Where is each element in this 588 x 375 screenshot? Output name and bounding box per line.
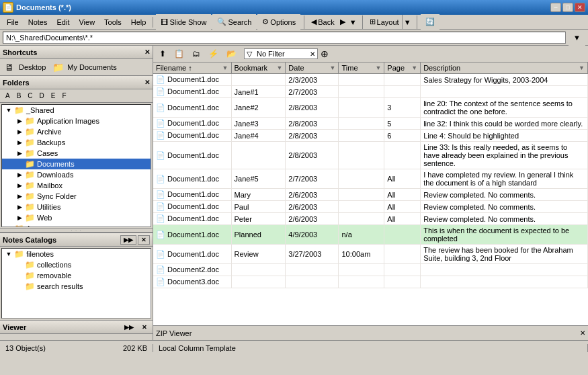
expand-downloads: ▶ bbox=[14, 171, 25, 178]
tree-downloads[interactable]: ▶ 📁 Downloads bbox=[2, 169, 151, 180]
shortcut-mydocs[interactable]: 📁 My Documents bbox=[51, 62, 116, 73]
filter-add-btn[interactable]: ⊕ bbox=[321, 48, 329, 59]
menu-view[interactable]: View bbox=[75, 17, 99, 28]
col-bookmark[interactable]: Bookmark ▼ bbox=[231, 62, 286, 74]
table-row[interactable]: 📄 Document1.doc Planned 4/9/2003 n/a Thi… bbox=[153, 225, 588, 245]
menu-tools[interactable]: Tools bbox=[100, 17, 126, 28]
col-filename[interactable]: Filename ↑ ▼ bbox=[153, 62, 231, 74]
tree-shared[interactable]: ▼ 📁 _Shared bbox=[2, 105, 151, 116]
layout-dropdown[interactable]: ▼ bbox=[402, 15, 413, 30]
col-description[interactable]: Description ▼ bbox=[421, 62, 588, 74]
cell-time bbox=[339, 86, 384, 98]
tree-web[interactable]: ▶ 📁 Web bbox=[2, 212, 151, 223]
minimize-button[interactable]: – bbox=[550, 3, 561, 12]
filenotes-icon: 📁 bbox=[14, 249, 24, 259]
viewer-close-btn[interactable]: ✕ bbox=[139, 323, 150, 332]
slideshow-button[interactable]: 🎞 Slide Show bbox=[156, 14, 211, 30]
table-row[interactable]: 📄 Document1.doc Jane#5 2/7/2003 All I ha… bbox=[153, 169, 588, 189]
cell-description bbox=[421, 276, 588, 288]
tree-cases[interactable]: ▶ 📁 Cases bbox=[2, 148, 151, 159]
viewer-expand-btn[interactable]: ▶▶ bbox=[122, 323, 136, 332]
notes-item-searchresults[interactable]: 📁 search results bbox=[2, 281, 151, 292]
maximize-button[interactable]: □ bbox=[562, 3, 573, 12]
address-go-button[interactable]: ▼ bbox=[569, 30, 585, 46]
copy-button[interactable]: 📋 bbox=[171, 47, 187, 60]
cell-description: line 20: The context of the sentence see… bbox=[421, 98, 588, 118]
menu-bar: File Notes Edit View Tools Help 🎞 Slide … bbox=[0, 15, 588, 30]
cell-page: All bbox=[384, 201, 421, 213]
col-page[interactable]: Page ▼ bbox=[384, 62, 421, 74]
back-down-arrow[interactable]: ▼ bbox=[347, 14, 359, 30]
nav-f[interactable]: F bbox=[59, 91, 69, 101]
notes-tree: ▼ 📁 filenotes 📁 collections 📁 removable bbox=[1, 248, 151, 319]
col-time[interactable]: Time ▼ bbox=[339, 62, 384, 74]
notes-item-filenotes[interactable]: ▼ 📁 filenotes bbox=[2, 249, 151, 259]
tree-utilities[interactable]: ▶ 📁 Utilities bbox=[2, 202, 151, 212]
filter-input[interactable] bbox=[254, 49, 308, 58]
folders-close[interactable]: ✕ bbox=[144, 79, 150, 86]
cell-filename: 📄 Document1.doc bbox=[153, 130, 231, 142]
nav-c[interactable]: C bbox=[25, 91, 35, 101]
notes-item-collections[interactable]: 📁 collections bbox=[2, 259, 151, 270]
table-row[interactable]: 📄 Document1.doc 2/8/2003 Line 33: Is thi… bbox=[153, 142, 588, 169]
folder-icon-web: 📁 bbox=[25, 213, 35, 222]
shortcut-desktop[interactable]: 🖥 Desktop bbox=[3, 62, 46, 73]
cell-bookmark: Jane#3 bbox=[231, 118, 286, 130]
table-row[interactable]: 📄 Document1.doc Mary 2/6/2003 All Review… bbox=[153, 189, 588, 201]
folder-icon-archive: 📁 bbox=[25, 127, 35, 136]
options-button[interactable]: ⚙ Options bbox=[257, 14, 300, 30]
menu-edit[interactable]: Edit bbox=[52, 17, 73, 28]
nav-e[interactable]: E bbox=[48, 91, 58, 101]
tree-syncfolder[interactable]: ▶ 📁 Sync Folder bbox=[2, 191, 151, 202]
action-button[interactable]: ⚡ bbox=[205, 47, 222, 60]
close-button[interactable]: ✕ bbox=[575, 3, 585, 12]
table-row[interactable]: 📄 Document1.doc 2/3/2003 Sales Strategy … bbox=[153, 74, 588, 86]
tree-appimages[interactable]: ▶ 📁 Application Images bbox=[2, 116, 151, 126]
table-row[interactable]: 📄 Document1.doc Paul 2/6/2003 All Review… bbox=[153, 201, 588, 213]
filter-clear-btn[interactable]: ✕ bbox=[308, 50, 317, 58]
shortcuts-close[interactable]: ✕ bbox=[144, 48, 150, 56]
menu-file[interactable]: File bbox=[3, 17, 23, 28]
cell-date: 3/27/2003 bbox=[286, 245, 339, 264]
tree-mailbox[interactable]: ▶ 📁 Mailbox bbox=[2, 180, 151, 191]
tree-archive[interactable]: ▶ 📁 Archive bbox=[2, 126, 151, 137]
refresh-button[interactable]: 🔄 bbox=[421, 14, 439, 30]
tree-a[interactable]: ▶ 📁 A bbox=[2, 223, 151, 227]
paste-button[interactable]: 🗂 bbox=[189, 47, 204, 60]
table-row[interactable]: 📄 Document1.doc Jane#1 2/7/2003 bbox=[153, 86, 588, 98]
folders-label: Folders bbox=[3, 79, 30, 87]
cell-page: 5 bbox=[384, 118, 421, 130]
nav-b[interactable]: B bbox=[14, 91, 24, 101]
menu-notes[interactable]: Notes bbox=[24, 17, 52, 28]
table-row[interactable]: 📄 Document1.doc Review 3/27/2003 10:00am… bbox=[153, 245, 588, 264]
back-button[interactable]: ◀ Back bbox=[308, 14, 337, 30]
zip-close-btn[interactable]: ✕ bbox=[580, 329, 585, 337]
table-row[interactable]: 📄 Document1.doc Jane#3 2/8/2003 5 line 3… bbox=[153, 118, 588, 130]
cell-time bbox=[339, 276, 384, 288]
table-row[interactable]: 📄 Document2.doc bbox=[153, 264, 588, 276]
tree-backups[interactable]: ▶ 📁 Backups bbox=[2, 137, 151, 148]
open-button[interactable]: 📂 bbox=[223, 47, 240, 60]
table-row[interactable]: 📄 Document1.doc Jane#2 2/8/2003 3 line 2… bbox=[153, 98, 588, 118]
nav-d[interactable]: D bbox=[37, 91, 47, 101]
back-label: Back bbox=[318, 18, 334, 26]
back-forward-button[interactable]: ▶ bbox=[338, 14, 347, 30]
nav-a[interactable]: A bbox=[3, 91, 13, 101]
zip-label: ZIP Viewer bbox=[156, 329, 192, 337]
tree-documents[interactable]: 📁 Documents bbox=[2, 159, 151, 169]
address-input[interactable] bbox=[3, 32, 566, 44]
search-button[interactable]: 🔍 Search bbox=[212, 14, 256, 30]
filter-group: ▽ ✕ bbox=[244, 48, 318, 59]
expand-a: ▶ bbox=[3, 225, 14, 227]
layout-button[interactable]: ⊞ Layout ▼ bbox=[366, 14, 413, 30]
col-date[interactable]: Date ▼ bbox=[286, 62, 339, 74]
up-button[interactable]: ⬆ bbox=[156, 47, 169, 60]
menu-help[interactable]: Help bbox=[127, 17, 151, 28]
notes-close-btn[interactable]: ✕ bbox=[138, 235, 150, 245]
notes-expand-btn[interactable]: ▶▶ bbox=[120, 235, 136, 245]
table-row[interactable]: 📄 Document1.doc Jane#4 2/8/2003 6 Line 4… bbox=[153, 130, 588, 142]
table-row[interactable]: 📄 Document3.doc bbox=[153, 276, 588, 288]
table-row[interactable]: 📄 Document1.doc Peter 2/6/2003 All Revie… bbox=[153, 213, 588, 225]
tree-label-a: A bbox=[26, 224, 31, 227]
notes-item-removable[interactable]: 📁 removable bbox=[2, 270, 151, 281]
